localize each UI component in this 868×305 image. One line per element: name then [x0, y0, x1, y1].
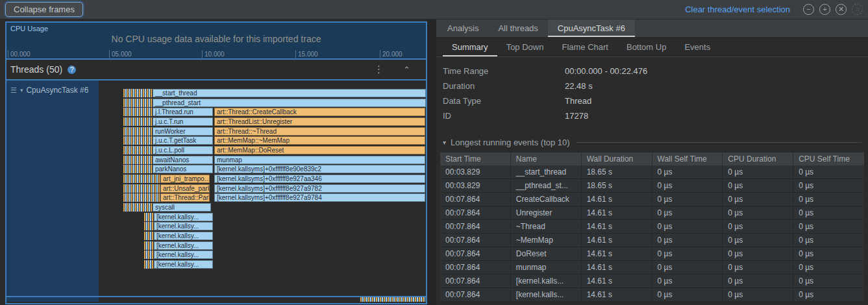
flame-bar-cluster[interactable] — [144, 250, 153, 259]
tab-all-threads[interactable]: All threads — [488, 19, 547, 37]
flame-bar-cluster[interactable] — [123, 175, 160, 183]
table-row[interactable]: 00:07.864DoReset14.61 s0 µs0 µs0 µs — [440, 247, 864, 261]
flame-bar[interactable]: art_jni_trampo... — [160, 175, 210, 183]
clear-selection-link[interactable]: Clear thread/event selection — [685, 5, 790, 14]
zoom-in-icon[interactable]: + — [819, 4, 830, 15]
flame-bar[interactable]: j.u.c.L.poll — [153, 146, 213, 154]
flame-bar[interactable]: munmap — [214, 156, 425, 164]
drag-handle-icon[interactable]: ☰ — [10, 86, 17, 95]
column-header-wall-self-time[interactable]: Wall Self Time — [652, 152, 723, 165]
collapse-panel-icon[interactable]: ⌃ — [399, 65, 414, 75]
table-row[interactable]: 00:07.864CreateCallback14.61 s0 µs0 µs0 … — [440, 193, 864, 206]
flame-bar[interactable]: art::MemMap::DoReset — [214, 146, 425, 154]
flame-bar[interactable]: j.l.Thread.run — [153, 108, 213, 116]
cell: 0 µs — [723, 179, 793, 192]
zoom-out-icon[interactable]: − — [803, 4, 814, 15]
column-header-cpu-self-time[interactable]: CPU Self Time — [793, 152, 864, 165]
collapse-section-icon[interactable]: ▾ — [443, 139, 446, 146]
flame-bar[interactable]: [kernel.kallsy... — [154, 241, 213, 250]
column-header-name[interactable]: Name — [511, 152, 582, 165]
table-row[interactable]: 00:03.829__pthread_st...18.65 s0 µs0 µs0… — [440, 179, 864, 193]
flame-bar[interactable]: awaitNanos — [153, 156, 213, 164]
flame-bar-cluster[interactable] — [123, 184, 160, 193]
flame-bar-cluster[interactable] — [144, 232, 153, 240]
flame-bar-cluster[interactable] — [144, 260, 153, 269]
flame-bar-cluster[interactable] — [123, 136, 152, 145]
flame-bar[interactable]: [kernel.kallsy... — [154, 222, 213, 230]
flame-bar-cluster[interactable] — [144, 222, 153, 230]
cell: 18.65 s — [582, 179, 652, 192]
flame-bar-cluster[interactable] — [123, 127, 152, 136]
field-label: Duration — [443, 81, 565, 91]
column-header-cpu-duration[interactable]: CPU Duration — [723, 152, 793, 165]
flame-bar-cluster[interactable] — [123, 165, 152, 173]
flame-bar-cluster[interactable] — [123, 89, 152, 97]
table-row[interactable]: 00:07.864Unregister14.61 s0 µs0 µs0 µs — [440, 206, 864, 220]
tab-top-down[interactable]: Top Down — [497, 38, 553, 56]
tab-events[interactable]: Events — [675, 38, 719, 56]
flame-bar[interactable]: [kernel.kallsyms]+0xffffff8e90e839c2 — [214, 165, 425, 173]
cell: 0 µs — [652, 193, 723, 206]
flame-bar[interactable]: parkNanos — [153, 165, 213, 173]
cell: ~Thread — [511, 220, 582, 233]
flame-bar[interactable]: runWorker — [153, 127, 213, 136]
next-thread-sidebar[interactable] — [6, 297, 99, 302]
flame-bar[interactable]: [kernel.kallsy... — [154, 232, 213, 240]
column-header-start-time[interactable]: Start Time — [440, 152, 511, 165]
kebab-menu-icon[interactable]: ⋮ — [370, 64, 388, 75]
flame-bar-cluster[interactable] — [360, 297, 425, 302]
flame-row: art::Unsafe_park [kernel.kallsyms]+0xfff… — [99, 184, 426, 193]
cpu-usage-panel[interactable]: CPU Usage No CPU usage data available fo… — [6, 23, 426, 60]
table-row[interactable]: 00:07.864~MemMap14.61 s0 µs0 µs0 µs — [440, 234, 864, 247]
tab-bottom-up[interactable]: Bottom Up — [617, 38, 675, 56]
reset-zoom-icon[interactable]: ✕ — [836, 4, 847, 15]
collapse-frames-button[interactable]: Collapse frames — [5, 2, 83, 17]
flame-bar-cluster[interactable] — [123, 117, 152, 126]
help-icon[interactable]: ? — [68, 66, 76, 74]
tab-summary[interactable]: Summary — [443, 38, 497, 56]
thread-list-item[interactable]: ☰ ▾ CpuAsyncTask #6 — [6, 86, 99, 95]
flame-bar-cluster[interactable] — [123, 193, 160, 202]
table-row[interactable]: 00:07.864~Thread14.61 s0 µs0 µs0 µs — [440, 220, 864, 234]
cell: 14.61 s — [582, 206, 652, 219]
expand-caret-icon[interactable]: ▾ — [20, 87, 23, 93]
table-row[interactable]: 00:03.829__start_thread18.65 s0 µs0 µs0 … — [440, 165, 864, 179]
flame-bar[interactable]: [kernel.kallsy... — [154, 250, 213, 259]
flame-bar[interactable]: [kernel.kallsyms]+0xffffff8e927a9782 — [214, 184, 425, 193]
flame-bar[interactable]: art::Thread::Park — [160, 193, 210, 202]
table-row[interactable]: 00:07.864munmap14.61 s0 µs0 µs0 µs — [440, 261, 864, 274]
tab-analysis[interactable]: Analysis — [438, 19, 488, 37]
column-header-wall-duration[interactable]: Wall Duration — [582, 152, 652, 165]
flame-bar[interactable]: [kernel.kallsyms]+0xffffff8e927a9784 — [214, 193, 425, 202]
profiler-panel: CPU Usage No CPU usage data available fo… — [0, 19, 434, 305]
flame-bar[interactable]: j.u.c.T.run — [153, 117, 213, 126]
cell: [kernel.kalls... — [511, 274, 582, 287]
cell: 14.61 s — [582, 288, 652, 301]
flame-bar-cluster[interactable] — [123, 203, 152, 212]
flame-bar[interactable]: j.u.c.T.getTask — [153, 136, 213, 145]
flame-bar-cluster[interactable] — [123, 99, 152, 107]
cell: 14.61 s — [582, 274, 652, 287]
flame-bar-cluster[interactable] — [123, 156, 152, 164]
flame-bar[interactable]: art::Thread::~Thread — [214, 127, 425, 136]
flame-bar-cluster[interactable] — [123, 108, 152, 116]
flame-bar-cluster[interactable] — [144, 213, 153, 221]
table-row[interactable]: 00:07.864[kernel.kalls...14.61 s0 µs0 µs… — [440, 288, 864, 302]
axis-tick: 00.000 — [8, 50, 31, 58]
flame-bar[interactable]: art::Unsafe_park — [160, 184, 210, 193]
flame-bar-cluster[interactable] — [123, 146, 152, 154]
tab-cpuasynctask[interactable]: CpuAsyncTask #6 — [548, 19, 635, 37]
flame-bar[interactable]: [kernel.kallsy... — [154, 260, 213, 269]
panel-splitter[interactable] — [427, 19, 436, 305]
flame-bar[interactable]: art::ThreadList::Unregister — [214, 117, 425, 126]
flame-bar-cluster[interactable] — [144, 241, 153, 250]
flame-bar[interactable]: art::MemMap::~MemMap — [214, 136, 425, 145]
flame-bar[interactable]: __start_thread — [153, 89, 426, 97]
flame-bar[interactable]: __pthread_start — [153, 99, 426, 107]
flame-bar[interactable]: art::Thread::CreateCallback — [214, 108, 425, 116]
table-row[interactable]: 00:07.864[kernel.kalls...14.61 s0 µs0 µs… — [440, 274, 864, 288]
flame-bar[interactable]: [kernel.kallsy... — [154, 213, 213, 221]
tab-flame-chart[interactable]: Flame Chart — [552, 38, 617, 56]
flame-bar[interactable]: [kernel.kallsyms]+0xffffff8e927aa346 — [214, 175, 425, 183]
flame-bar[interactable]: syscall — [153, 203, 211, 212]
